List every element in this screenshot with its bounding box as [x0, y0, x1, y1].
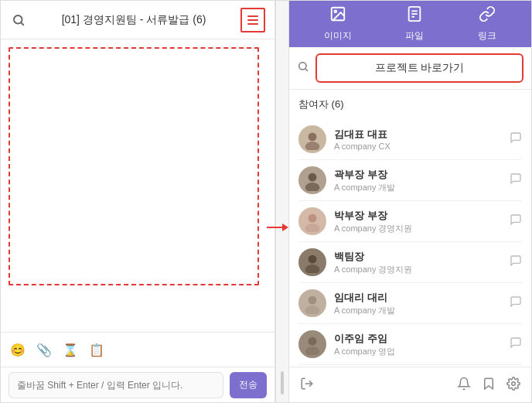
send-button[interactable]: 전송 [230, 372, 267, 398]
participants-header: 참여자 (6) [298, 97, 522, 111]
avatar [298, 248, 326, 276]
chat-icon[interactable] [510, 213, 522, 229]
right-header-tabs: 이미지 파일 [289, 1, 531, 47]
link-tab-label: 링크 [478, 29, 496, 43]
file-tab-label: 파일 [405, 29, 424, 43]
message-input[interactable] [9, 372, 223, 398]
attachment-icon[interactable]: 📎 [36, 343, 52, 357]
participant-info: 이주임 주임 A company 영업 [334, 332, 502, 357]
bookmark-icon[interactable] [482, 377, 496, 394]
image-tab-icon [329, 5, 346, 26]
list-item: 백팀장 A company 경영지원 [298, 242, 522, 283]
hourglass-icon[interactable]: ⌛ [63, 343, 78, 357]
settings-icon[interactable] [506, 377, 520, 394]
svg-point-8 [299, 63, 306, 70]
svg-point-0 [14, 15, 22, 24]
svg-line-9 [305, 69, 308, 71]
svg-point-21 [305, 347, 320, 355]
message-toolbar: 😊 📎 ⌛ 📋 [1, 332, 275, 367]
svg-point-12 [309, 173, 317, 182]
left-content-area [1, 39, 275, 332]
arrow-right-indicator [267, 224, 288, 231]
avatar [298, 330, 326, 358]
left-panel: [01] 경영지원팀 - 서류발급 (6) 😊 📎 ⌛ 📋 전송 [1, 1, 275, 402]
list-item: 곽부장 부장 A company 개발 [298, 160, 522, 201]
participant-company: A company 개발 [334, 182, 502, 193]
dashed-highlight-box [9, 47, 259, 285]
svg-point-18 [309, 296, 317, 305]
participant-info: 백팀장 A company 경영지원 [334, 250, 502, 275]
participant-company: A company 경영지원 [334, 264, 502, 275]
divider-column [275, 1, 289, 402]
svg-point-3 [334, 10, 336, 12]
project-shortcut-row: 프로젝트 바로가기 [289, 47, 531, 90]
tab-image[interactable]: 이미지 [324, 5, 352, 43]
exit-icon[interactable] [300, 377, 314, 394]
participant-info: 김대표 대표 A company CX [334, 128, 502, 151]
left-header: [01] 경영지원팀 - 서류발급 (6) [1, 1, 275, 39]
tab-file[interactable]: 파일 [405, 5, 424, 43]
list-item: 임대리 대리 A company 개발 [298, 283, 522, 324]
project-shortcut-button[interactable]: 프로젝트 바로가기 [315, 53, 523, 83]
channel-title: [01] 경영지원팀 - 서류발급 (6) [33, 13, 234, 27]
svg-point-13 [305, 183, 320, 191]
participant-name: 백팀장 [334, 250, 502, 264]
svg-point-15 [305, 224, 320, 232]
avatar [298, 289, 326, 317]
image-tab-label: 이미지 [324, 29, 352, 43]
chat-icon[interactable] [510, 336, 522, 352]
list-item: 김대표 대표 A company CX [298, 119, 522, 160]
right-bottom-bar [289, 367, 531, 402]
right-search-icon[interactable] [297, 60, 309, 76]
file-tab-icon [406, 5, 423, 26]
chat-icon[interactable] [510, 254, 522, 270]
participant-info: 곽부장 부장 A company 개발 [334, 168, 502, 193]
participant-name: 이주임 주임 [334, 332, 502, 346]
participant-company: A company 영업 [334, 346, 502, 357]
avatar [298, 125, 326, 153]
chat-icon[interactable] [510, 295, 522, 311]
menu-button[interactable] [240, 8, 265, 32]
svg-point-14 [309, 214, 317, 223]
svg-point-23 [512, 381, 516, 385]
participant-company: A company 개발 [334, 305, 502, 316]
participant-name: 곽부장 부장 [334, 168, 502, 182]
svg-point-20 [309, 337, 317, 346]
bell-icon[interactable] [457, 377, 471, 394]
clipboard-icon[interactable]: 📋 [89, 343, 104, 357]
participants-list-area: 참여자 (6) 김대표 대표 A company CX [289, 90, 531, 367]
app-container: [01] 경영지원팀 - 서류발급 (6) 😊 📎 ⌛ 📋 전송 [0, 0, 532, 403]
participant-company: A company CX [334, 142, 502, 151]
svg-point-11 [305, 142, 320, 150]
svg-point-19 [305, 306, 320, 314]
chat-icon[interactable] [510, 131, 522, 147]
participant-name: 김대표 대표 [334, 128, 502, 142]
list-item: 이주임 주임 A company 영업 [298, 324, 522, 365]
message-input-area: 전송 [1, 367, 275, 402]
search-icon[interactable] [10, 12, 27, 29]
right-panel: 이미지 파일 [289, 1, 531, 402]
svg-point-17 [305, 265, 320, 273]
link-tab-icon [479, 5, 496, 26]
participant-name: 박부장 부장 [334, 209, 502, 223]
tab-link[interactable]: 링크 [478, 5, 496, 43]
bottom-left-icons [300, 377, 314, 394]
emoji-icon[interactable]: 😊 [10, 343, 26, 357]
bottom-right-icons [457, 377, 520, 394]
svg-point-16 [309, 255, 317, 264]
participant-name: 임대리 대리 [334, 291, 502, 305]
participant-company: A company 경영지원 [334, 223, 502, 234]
svg-line-1 [21, 22, 23, 25]
avatar [298, 207, 326, 235]
participant-info: 박부장 부장 A company 경영지원 [334, 209, 502, 234]
svg-point-10 [309, 132, 317, 141]
participant-info: 임대리 대리 A company 개발 [334, 291, 502, 316]
avatar [298, 166, 326, 194]
list-item: 박부장 부장 A company 경영지원 [298, 201, 522, 242]
scroll-indicator [281, 371, 284, 394]
chat-icon[interactable] [510, 172, 522, 188]
